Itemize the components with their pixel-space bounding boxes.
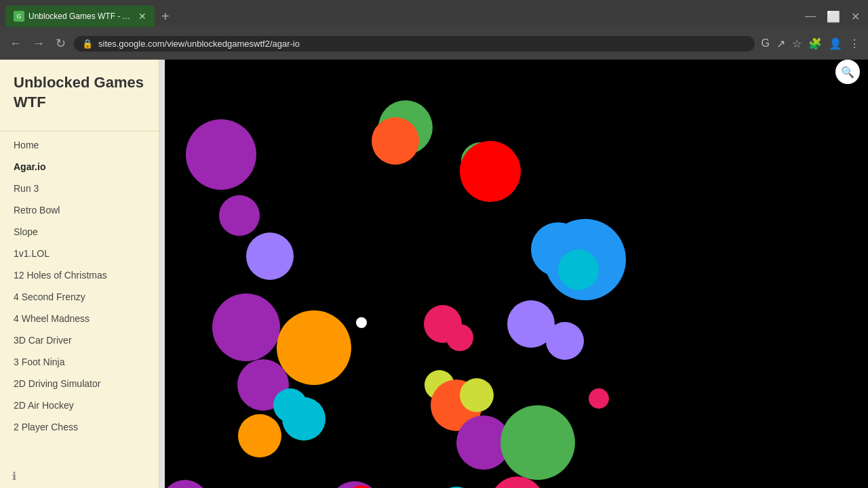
sidebar-item-run3[interactable]: Run 3: [0, 178, 159, 199]
game-area[interactable]: [165, 60, 868, 488]
game-circle: [372, 117, 419, 165]
tab-close-button[interactable]: ✕: [138, 11, 146, 22]
tab-favicon: G: [14, 11, 24, 22]
game-circle: [277, 310, 351, 385]
sidebar-item-2dairhockey[interactable]: 2D Air Hockey: [0, 394, 159, 416]
sidebar-item-4secondfrenzy[interactable]: 4 Second Frenzy: [0, 286, 159, 308]
sidebar-item-3footninja[interactable]: 3 Foot Ninja: [0, 351, 159, 373]
bookmark-icon[interactable]: ☆: [791, 36, 803, 52]
sidebar-item-retrobowl[interactable]: Retro Bowl: [0, 199, 159, 221]
back-button[interactable]: ←: [7, 34, 24, 54]
site-title: Unblocked Games WTF: [0, 73, 159, 128]
info-icon[interactable]: ℹ: [12, 470, 16, 483]
game-circle: [500, 405, 575, 480]
sidebar-item-4wheelmadness[interactable]: 4 Wheel Madness: [0, 308, 159, 329]
close-window-button[interactable]: ✕: [848, 9, 863, 24]
profile-icon[interactable]: 👤: [827, 36, 844, 52]
search-overlay-button[interactable]: 🔍: [835, 60, 860, 84]
tab-title: Unblocked Games WTF - Agar.io: [28, 12, 132, 21]
address-bar-icons: G ↗ ☆ 🧩 👤 ⋮: [760, 36, 861, 52]
menu-icon[interactable]: ⋮: [848, 36, 861, 52]
browser-chrome: G Unblocked Games WTF - Agar.io ✕ + — ⬜ …: [0, 0, 868, 60]
game-circle: [212, 293, 280, 361]
search-icon: 🔍: [841, 66, 854, 79]
sidebar-item-home[interactable]: Home: [0, 134, 159, 156]
sidebar-divider: [0, 131, 159, 131]
sidebar-item-1v1lol[interactable]: 1v1.LOL: [0, 243, 159, 264]
game-circle: [219, 195, 260, 236]
refresh-button[interactable]: ↻: [53, 33, 68, 54]
sidebar-item-2playerchess[interactable]: 2 Player Chess: [0, 416, 159, 438]
sidebar-item-agario[interactable]: Agar.io: [0, 156, 159, 178]
lock-icon: 🔒: [82, 39, 93, 49]
game-circle: [460, 141, 521, 202]
page-content: Unblocked Games WTF Home Agar.io Run 3 R…: [0, 60, 868, 488]
sidebar-item-2ddrivingsim[interactable]: 2D Driving Simulator: [0, 373, 159, 394]
sidebar-item-slope[interactable]: Slope: [0, 221, 159, 243]
game-circle: [446, 324, 473, 351]
sidebar-item-12holes[interactable]: 12 Holes of Christmas: [0, 264, 159, 286]
maximize-button[interactable]: ⬜: [824, 9, 843, 24]
game-circle: [558, 249, 599, 290]
share-icon[interactable]: ↗: [775, 36, 787, 52]
game-circle: [546, 322, 584, 360]
sidebar: Unblocked Games WTF Home Agar.io Run 3 R…: [0, 60, 159, 488]
active-tab[interactable]: G Unblocked Games WTF - Agar.io ✕: [5, 5, 155, 27]
google-icon[interactable]: G: [760, 36, 771, 51]
extensions-icon[interactable]: 🧩: [807, 36, 823, 52]
scroll-divider: [159, 60, 165, 488]
url-bar[interactable]: 🔒 sites.google.com/view/unblockedgameswt…: [74, 36, 755, 52]
sidebar-item-3dcardriver[interactable]: 3D Car Driver: [0, 329, 159, 351]
game-circle: [282, 397, 326, 441]
forward-button[interactable]: →: [30, 34, 47, 54]
new-tab-button[interactable]: +: [157, 9, 174, 24]
game-circle: [246, 232, 294, 280]
game-circle: [356, 317, 367, 328]
tab-controls: — ⬜ ✕: [802, 9, 863, 24]
game-circle: [460, 378, 494, 412]
address-bar: ← → ↻ 🔒 sites.google.com/view/unblockedg…: [0, 27, 868, 60]
game-circle: [589, 388, 609, 409]
game-circle: [165, 480, 209, 488]
game-circle: [186, 119, 256, 190]
url-text: sites.google.com/view/unblockedgameswtf2…: [98, 39, 747, 49]
game-circle: [238, 414, 281, 458]
tab-bar: G Unblocked Games WTF - Agar.io ✕ + — ⬜ …: [0, 0, 868, 27]
minimize-button[interactable]: —: [802, 9, 818, 24]
